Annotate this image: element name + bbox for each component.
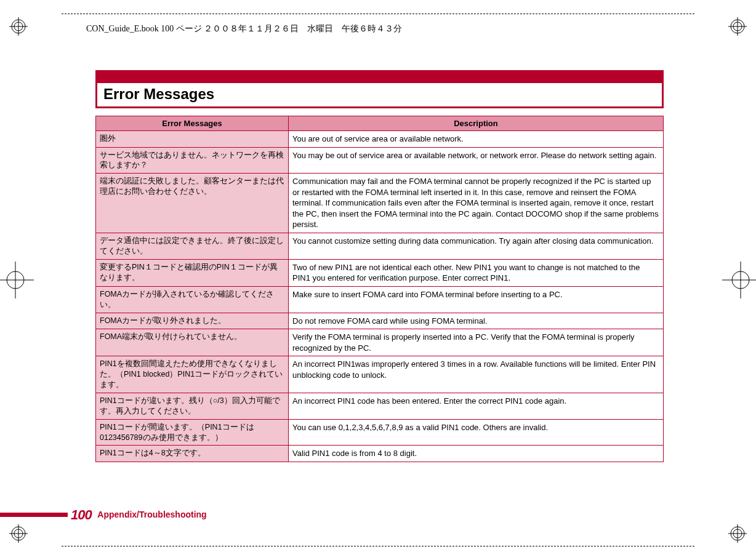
table-row: 端末の認証に失敗しました。顧客センターまたは代理店にお問い合わせください。Com…: [96, 174, 664, 233]
table-row: FOMAカードが挿入されているか確認してください。Make sure to in…: [96, 286, 664, 313]
registration-mark-icon: [0, 262, 34, 298]
registration-mark-icon: [722, 262, 756, 298]
description-cell: You cannot customize setting during data…: [289, 233, 664, 260]
description-cell: Communication may fail and the FOMA term…: [289, 174, 664, 233]
error-message-cell: FOMA端末が取り付けられていません。: [96, 329, 289, 356]
error-message-cell: データ通信中には設定できません。終了後に設定してください。: [96, 233, 289, 260]
table-row: サービス地域ではありません。ネットワークを再検索しますか？You may be …: [96, 147, 664, 174]
table-row: FOMAカードが取り外されました。Do not remove FOMA card…: [96, 313, 664, 329]
description-cell: An incorrect PIN1was improperly entered …: [289, 356, 664, 393]
page-build-info: CON_Guide_E.book 100 ページ ２００８年１１月２６日 水曜日…: [86, 23, 402, 34]
col-header-error: Error Messages: [96, 116, 289, 131]
page-number: 100: [71, 507, 92, 522]
description-cell: You are out of service area or available…: [289, 131, 664, 148]
error-messages-table: Error Messages Description 圏外You are out…: [95, 116, 664, 462]
error-message-cell: PIN1コードは4～8文字です。: [96, 446, 289, 462]
page-content: Error Messages Error Messages Descriptio…: [95, 70, 664, 462]
description-cell: Verify the FOMA terminal is properly ins…: [289, 329, 664, 356]
crop-mark-icon: [9, 17, 28, 36]
description-cell: Make sure to insert FOMA card into FOMA …: [289, 286, 664, 313]
error-message-cell: 端末の認証に失敗しました。顧客センターまたは代理店にお問い合わせください。: [96, 174, 289, 233]
description-cell: You can use 0,1,2,3,4,5,6,7,8,9 as a val…: [289, 419, 664, 446]
error-message-cell: PIN1コードが違います。残り（○/3）回入力可能です。再入力してください。: [96, 393, 289, 419]
table-row: PIN1を複数回間違えたため使用できなくなりました。（PIN1 blocked）…: [96, 356, 664, 393]
table-row: 変更するPIN１コードと確認用のPIN１コードが異なります。Two of new…: [96, 259, 664, 286]
crop-mark-icon: [728, 17, 747, 36]
table-row: PIN1コードは4～8文字です。Valid PIN1 code is from …: [96, 446, 664, 462]
section-name: Appendix/Troubleshooting: [97, 510, 206, 519]
error-message-cell: 圏外: [96, 131, 289, 148]
error-message-cell: FOMAカードが挿入されているか確認してください。: [96, 286, 289, 313]
table-row: PIN1コードが間違います。（PIN1コードは0123456789のみ使用できま…: [96, 419, 664, 446]
error-message-cell: FOMAカードが取り外されました。: [96, 313, 289, 329]
page-footer: 100 Appendix/Troubleshooting: [0, 513, 207, 523]
table-row: 圏外You are out of service area or availab…: [96, 131, 664, 148]
crop-mark-icon: [728, 524, 747, 543]
description-cell: Do not remove FOMA card while using FOMA…: [289, 313, 664, 329]
section-title: Error Messages: [97, 83, 662, 106]
description-cell: Valid PIN1 code is from 4 to 8 digit.: [289, 446, 664, 462]
error-message-cell: サービス地域ではありません。ネットワークを再検索しますか？: [96, 147, 289, 174]
error-message-cell: 変更するPIN１コードと確認用のPIN１コードが異なります。: [96, 259, 289, 286]
col-header-description: Description: [289, 116, 664, 131]
table-row: FOMA端末が取り付けられていません。Verify the FOMA termi…: [96, 329, 664, 356]
description-cell: An incorrect PIN1 code has been entered.…: [289, 393, 664, 419]
crop-mark-icon: [9, 524, 28, 543]
description-cell: Two of new PIN1 are not identical each o…: [289, 259, 664, 286]
description-cell: You may be out of service area or availa…: [289, 147, 664, 174]
error-message-cell: PIN1コードが間違います。（PIN1コードは0123456789のみ使用できま…: [96, 419, 289, 446]
table-row: データ通信中には設定できません。終了後に設定してください。You cannot …: [96, 233, 664, 260]
table-row: PIN1コードが違います。残り（○/3）回入力可能です。再入力してください。An…: [96, 393, 664, 419]
error-message-cell: PIN1を複数回間違えたため使用できなくなりました。（PIN1 blocked）…: [96, 356, 289, 393]
section-title-bar: Error Messages: [95, 70, 664, 108]
